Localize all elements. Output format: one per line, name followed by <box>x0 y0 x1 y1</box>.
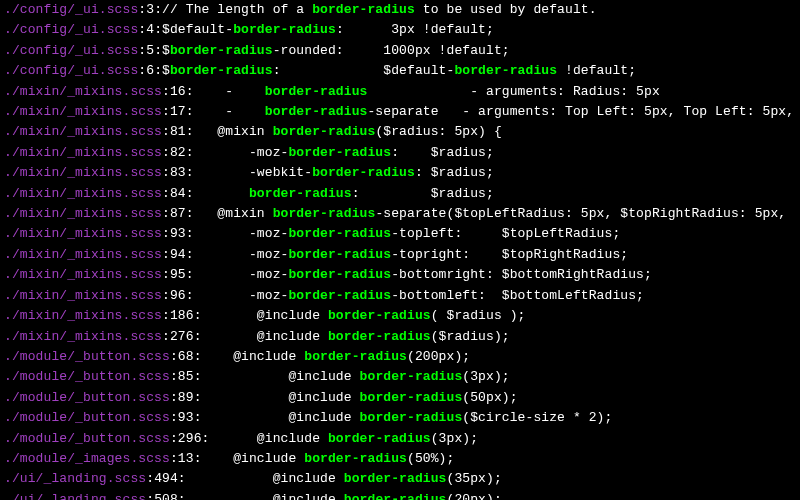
grep-result-line: ./mixin/_mixins.scss:83: -webkit-border-… <box>4 163 796 183</box>
grep-match-highlight: border-radius <box>360 390 463 405</box>
grep-file-path: ./mixin/_mixins.scss <box>4 288 162 303</box>
grep-match-highlight: border-radius <box>304 349 407 364</box>
grep-match-highlight: border-radius <box>288 267 391 282</box>
grep-result-line: ./mixin/_mixins.scss:95: -moz-border-rad… <box>4 265 796 285</box>
grep-match-highlight: border-radius <box>360 410 463 425</box>
grep-result-line: ./module/_button.scss:89: @include borde… <box>4 388 796 408</box>
grep-match-highlight: border-radius <box>233 22 336 37</box>
grep-file-path: ./mixin/_mixins.scss <box>4 186 162 201</box>
grep-match-highlight: border-radius <box>360 369 463 384</box>
grep-file-path: ./config/_ui.scss <box>4 63 138 78</box>
grep-result-line: ./mixin/_mixins.scss:84: border-radius: … <box>4 184 796 204</box>
grep-file-path: ./config/_ui.scss <box>4 22 138 37</box>
grep-result-line: ./config/_ui.scss:4:$default-border-radi… <box>4 20 796 40</box>
grep-result-line: ./module/_button.scss:68: @include borde… <box>4 347 796 367</box>
grep-file-path: ./mixin/_mixins.scss <box>4 124 162 139</box>
grep-file-path: ./ui/_landing.scss <box>4 492 146 500</box>
grep-file-path: ./module/_images.scss <box>4 451 170 466</box>
grep-result-line: ./mixin/_mixins.scss:17: - border-radius… <box>4 102 796 122</box>
grep-file-path: ./config/_ui.scss <box>4 2 138 17</box>
grep-result-line: ./mixin/_mixins.scss:186: @include borde… <box>4 306 796 326</box>
grep-result-line: ./config/_ui.scss:5:$border-radius-round… <box>4 41 796 61</box>
grep-match-highlight: border-radius <box>344 471 447 486</box>
grep-match-highlight: border-radius <box>288 145 391 160</box>
grep-match-highlight: border-radius <box>265 104 368 119</box>
grep-match-highlight: border-radius <box>170 43 273 58</box>
grep-result-line: ./module/_button.scss:296: @include bord… <box>4 429 796 449</box>
grep-file-path: ./mixin/_mixins.scss <box>4 206 162 221</box>
grep-result-line: ./ui/_landing.scss:494: @include border-… <box>4 469 796 489</box>
grep-file-path: ./module/_button.scss <box>4 390 170 405</box>
grep-file-path: ./mixin/_mixins.scss <box>4 104 162 119</box>
grep-result-line: ./mixin/_mixins.scss:96: -moz-border-rad… <box>4 286 796 306</box>
grep-match-highlight: border-radius <box>328 329 431 344</box>
grep-result-line: ./config/_ui.scss:6:$border-radius: $def… <box>4 61 796 81</box>
grep-result-line: ./mixin/_mixins.scss:16: - border-radius… <box>4 82 796 102</box>
grep-match-highlight: border-radius <box>304 451 407 466</box>
grep-match-highlight: border-radius <box>273 124 376 139</box>
grep-match-highlight: border-radius <box>265 84 368 99</box>
grep-result-line: ./config/_ui.scss:3:// The length of a b… <box>4 0 796 20</box>
grep-file-path: ./module/_button.scss <box>4 431 170 446</box>
grep-result-line: ./module/_images.scss:13: @include borde… <box>4 449 796 469</box>
grep-match-highlight: border-radius <box>170 63 273 78</box>
grep-match-highlight: border-radius <box>273 206 376 221</box>
grep-match-highlight: border-radius <box>328 431 431 446</box>
grep-match-highlight: border-radius <box>328 308 431 323</box>
grep-result-line: ./mixin/_mixins.scss:93: -moz-border-rad… <box>4 224 796 244</box>
grep-file-path: ./mixin/_mixins.scss <box>4 308 162 323</box>
grep-file-path: ./mixin/_mixins.scss <box>4 247 162 262</box>
grep-match-highlight: border-radius <box>288 226 391 241</box>
grep-match-highlight: border-radius <box>312 2 415 17</box>
grep-match-highlight: border-radius <box>312 165 415 180</box>
grep-file-path: ./mixin/_mixins.scss <box>4 267 162 282</box>
grep-match-highlight: border-radius <box>288 247 391 262</box>
grep-file-path: ./mixin/_mixins.scss <box>4 329 162 344</box>
grep-file-path: ./mixin/_mixins.scss <box>4 226 162 241</box>
grep-match-highlight: border-radius <box>344 492 447 500</box>
grep-match-highlight: border-radius <box>249 186 352 201</box>
grep-file-path: ./mixin/_mixins.scss <box>4 84 162 99</box>
grep-file-path: ./mixin/_mixins.scss <box>4 145 162 160</box>
grep-file-path: ./config/_ui.scss <box>4 43 138 58</box>
grep-file-path: ./mixin/_mixins.scss <box>4 165 162 180</box>
grep-result-line: ./mixin/_mixins.scss:276: @include borde… <box>4 327 796 347</box>
grep-file-path: ./ui/_landing.scss <box>4 471 146 486</box>
grep-match-highlight: border-radius <box>288 288 391 303</box>
grep-result-line: ./module/_button.scss:85: @include borde… <box>4 367 796 387</box>
grep-match-highlight: border-radius <box>454 63 557 78</box>
grep-result-line: ./module/_button.scss:93: @include borde… <box>4 408 796 428</box>
grep-result-line: ./mixin/_mixins.scss:81: @mixin border-r… <box>4 122 796 142</box>
terminal-output: ./config/_ui.scss:3:// The length of a b… <box>0 0 800 500</box>
grep-result-line: ./mixin/_mixins.scss:87: @mixin border-r… <box>4 204 796 224</box>
grep-result-line: ./mixin/_mixins.scss:94: -moz-border-rad… <box>4 245 796 265</box>
grep-result-line: ./ui/_landing.scss:508: @include border-… <box>4 490 796 500</box>
grep-result-line: ./mixin/_mixins.scss:82: -moz-border-rad… <box>4 143 796 163</box>
grep-file-path: ./module/_button.scss <box>4 410 170 425</box>
grep-file-path: ./module/_button.scss <box>4 369 170 384</box>
grep-file-path: ./module/_button.scss <box>4 349 170 364</box>
